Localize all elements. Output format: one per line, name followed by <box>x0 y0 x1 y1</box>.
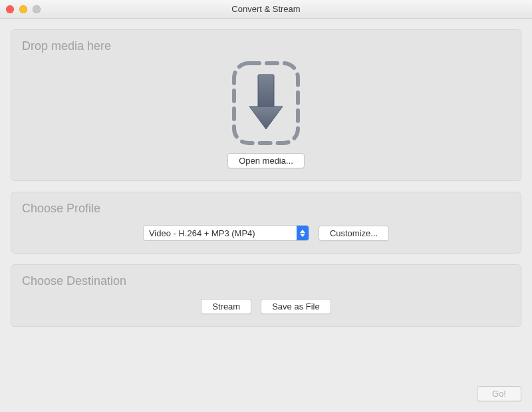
save-as-file-button[interactable]: Save as File <box>261 299 331 314</box>
drop-panel: Drop media here Open <box>11 29 521 181</box>
traffic-lights <box>6 5 41 13</box>
maximize-icon <box>33 5 41 13</box>
customize-button[interactable]: Customize... <box>319 226 389 241</box>
open-media-button[interactable]: Open media... <box>227 153 305 168</box>
titlebar: Convert & Stream <box>0 0 532 19</box>
drop-title: Drop media here <box>22 39 510 53</box>
profile-select[interactable]: Video - H.264 + MP3 (MP4) <box>143 225 309 241</box>
profile-row: Video - H.264 + MP3 (MP4) Customize... <box>22 225 510 241</box>
svg-marker-3 <box>300 230 305 233</box>
minimize-icon[interactable] <box>19 5 27 13</box>
drop-arrow-icon <box>223 60 309 146</box>
profile-title: Choose Profile <box>22 202 510 216</box>
profile-select-label: Video - H.264 + MP3 (MP4) <box>144 228 297 238</box>
window-title: Convert & Stream <box>231 4 300 14</box>
close-icon[interactable] <box>6 5 14 13</box>
stream-button[interactable]: Stream <box>201 299 251 314</box>
destination-panel: Choose Destination Stream Save as File <box>11 264 521 327</box>
drop-zone[interactable]: Open media... <box>22 60 510 168</box>
up-down-stepper-icon[interactable] <box>297 226 309 240</box>
destination-row: Stream Save as File <box>22 299 510 314</box>
svg-rect-1 <box>258 75 274 108</box>
footer: Go! <box>11 383 521 401</box>
svg-marker-2 <box>249 106 283 129</box>
content: Drop media here Open <box>0 19 532 412</box>
go-button[interactable]: Go! <box>477 386 521 401</box>
profile-panel: Choose Profile Video - H.264 + MP3 (MP4)… <box>11 192 521 254</box>
destination-title: Choose Destination <box>22 274 510 288</box>
svg-marker-4 <box>300 234 305 237</box>
